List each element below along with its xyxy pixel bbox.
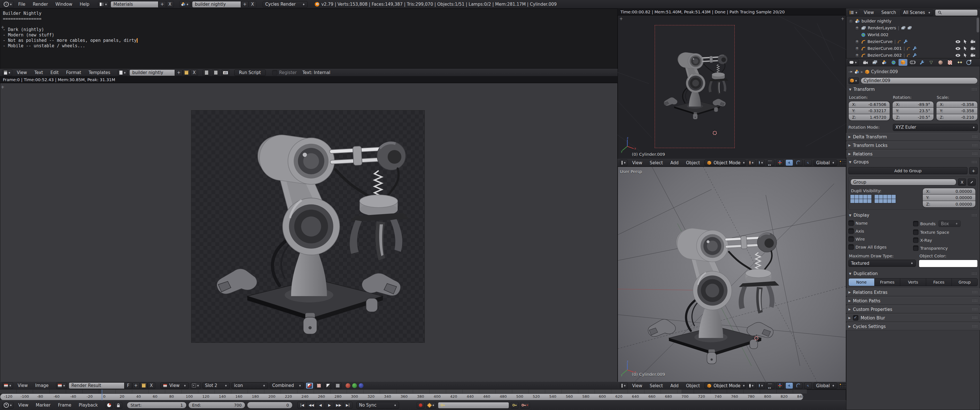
- draw-z-toggle[interactable]: [325, 382, 332, 389]
- duplication-faces-button[interactable]: Faces: [926, 278, 952, 286]
- group-offset-z-field[interactable]: Z:0.00000: [923, 201, 976, 208]
- keying-set-type-button[interactable]: [426, 402, 436, 408]
- blue-channel-dot[interactable]: [359, 383, 364, 388]
- text-line[interactable]: Builder Nightly: [3, 11, 41, 16]
- region-expand-icon[interactable]: +: [1, 25, 5, 29]
- menu-image[interactable]: Image: [32, 383, 52, 388]
- tab-scene[interactable]: [880, 59, 889, 66]
- menu-select[interactable]: Select: [647, 160, 666, 165]
- menu-render[interactable]: Render: [30, 2, 51, 7]
- manipulator-axis-button[interactable]: [776, 382, 784, 389]
- tab-world[interactable]: [889, 59, 898, 66]
- panel-header-custom-properties[interactable]: Custom Properties: [846, 305, 980, 313]
- group-offset-x-field[interactable]: X:0.00000: [923, 188, 976, 194]
- snap-button[interactable]: ⋯↔: [767, 159, 774, 166]
- tab-render[interactable]: [861, 59, 870, 66]
- dupli-layers-grid-right[interactable]: [875, 195, 896, 203]
- menu-file[interactable]: File: [15, 2, 28, 7]
- panel-header-delta-transform[interactable]: Delta Transform: [846, 133, 980, 141]
- object-name-field[interactable]: Cylinder.009: [861, 78, 978, 84]
- manipulator-translate-button[interactable]: ➤: [786, 159, 793, 166]
- menu-object[interactable]: Object: [683, 160, 703, 165]
- next-keyframe-button[interactable]: ▶▶: [334, 402, 343, 408]
- panel-drag-dots[interactable]: [972, 308, 978, 311]
- word-wrap-toggle[interactable]: [212, 70, 220, 76]
- play-button[interactable]: ▶: [325, 402, 334, 408]
- panel-header-duplication[interactable]: Duplication: [848, 270, 978, 277]
- panel-drag-dots[interactable]: [972, 144, 978, 147]
- region-expand-icon[interactable]: +: [1, 86, 5, 89]
- panel-header-display[interactable]: Display: [848, 212, 978, 219]
- timeline-ruler[interactable]: -120-100-80-60-40-2002040608010012014016…: [0, 394, 803, 400]
- jump-to-end-button[interactable]: ▶|: [343, 402, 352, 408]
- pivot-button[interactable]: [191, 382, 201, 389]
- draw-all-edges-checkbox[interactable]: [848, 244, 854, 250]
- panel-drag-dots[interactable]: [972, 161, 977, 164]
- draw-rgba-toggle[interactable]: [306, 382, 313, 389]
- add-to-group-button[interactable]: Add to Group: [848, 167, 967, 174]
- panel-header-groups[interactable]: Groups: [848, 159, 978, 165]
- current-frame-indicator[interactable]: [102, 389, 102, 400]
- text-line[interactable]: ===============: [3, 16, 41, 21]
- snap-button[interactable]: ⋯↔: [767, 382, 774, 389]
- menu-text[interactable]: Text: [32, 70, 46, 75]
- texture-space-checkbox[interactable]: [913, 229, 918, 235]
- remove-group-button[interactable]: X: [958, 178, 966, 186]
- menu-help[interactable]: Help: [77, 2, 92, 7]
- menu-view[interactable]: View: [15, 403, 31, 408]
- tab-particles[interactable]: ✦✦: [955, 59, 964, 66]
- screen-layout-field[interactable]: Materials: [111, 1, 158, 8]
- panel-header-motion-paths[interactable]: Motion Paths: [846, 297, 980, 305]
- outliner-item-renderlayers[interactable]: + RenderLayers |: [846, 24, 977, 31]
- screen-close-button[interactable]: X: [166, 1, 174, 8]
- lock-frame-button[interactable]: [115, 402, 122, 408]
- menu-window[interactable]: Window: [53, 2, 75, 7]
- fake-user-button[interactable]: F: [124, 382, 132, 389]
- menu-templates[interactable]: Templates: [86, 70, 113, 75]
- menu-view[interactable]: View: [629, 383, 645, 388]
- line-numbers-toggle[interactable]: [202, 70, 210, 76]
- orientation-dropdown[interactable]: Global: [814, 159, 837, 166]
- timeline-track-area[interactable]: [0, 389, 807, 394]
- outliner-item-beziercurve-002[interactable]: + BezierCurve.002 |: [846, 52, 977, 59]
- menu-add[interactable]: Add: [668, 160, 681, 165]
- sync-dropdown[interactable]: No Sync: [356, 402, 399, 409]
- editor-type-button[interactable]: [620, 159, 628, 166]
- preview-range-button[interactable]: [105, 402, 113, 408]
- menu-format[interactable]: Format: [63, 70, 84, 75]
- bounds-checkbox[interactable]: [913, 221, 918, 226]
- menu-search[interactable]: Search: [878, 10, 899, 15]
- screen-layout-icon-button[interactable]: [98, 1, 109, 8]
- object-id-icon-button[interactable]: [848, 78, 859, 84]
- text-unlink-button[interactable]: X: [190, 70, 198, 76]
- name-checkbox[interactable]: [848, 220, 854, 226]
- rotation-z-field[interactable]: Z:-20.5°: [892, 114, 934, 121]
- text-line[interactable]: - Not as polished -- more cables, open p…: [3, 38, 138, 43]
- panel-header-transform[interactable]: Transform: [848, 86, 978, 93]
- menu-view[interactable]: View: [629, 160, 645, 165]
- panel-header-cycles-settings[interactable]: Cycles Settings: [846, 323, 980, 330]
- editor-type-button[interactable]: [2, 382, 13, 389]
- panel-drag-dots[interactable]: [972, 325, 978, 328]
- tab-material[interactable]: [936, 59, 945, 66]
- text-datablock-field[interactable]: builder nightly: [129, 70, 175, 76]
- image-open-button[interactable]: [140, 382, 148, 389]
- duplication-none-button[interactable]: None: [848, 278, 875, 286]
- scene-add-button[interactable]: +: [241, 1, 249, 8]
- start-frame-field[interactable]: Start: 1: [127, 402, 186, 408]
- register-checkbox[interactable]: [272, 70, 277, 75]
- panel-drag-dots[interactable]: [972, 153, 978, 156]
- panel-drag-dots[interactable]: [972, 135, 978, 138]
- transparency-checkbox[interactable]: [913, 245, 918, 251]
- current-frame-field[interactable]: 0: [247, 402, 293, 408]
- menu-select[interactable]: Select: [647, 383, 666, 388]
- text-line[interactable]: - Dark (nightly): [3, 27, 44, 32]
- max-draw-type-dropdown[interactable]: Textured: [848, 260, 916, 267]
- visibility-eye-icon[interactable]: [955, 47, 961, 50]
- viewport-robot-solid[interactable]: [635, 211, 786, 370]
- location-x-field[interactable]: X:-0.67506: [848, 101, 890, 108]
- tab-texture[interactable]: [945, 59, 955, 66]
- bounds-type-dropdown[interactable]: Box: [939, 220, 961, 227]
- panel-drag-dots[interactable]: [972, 299, 978, 302]
- tab-object-data[interactable]: ▽: [927, 59, 935, 66]
